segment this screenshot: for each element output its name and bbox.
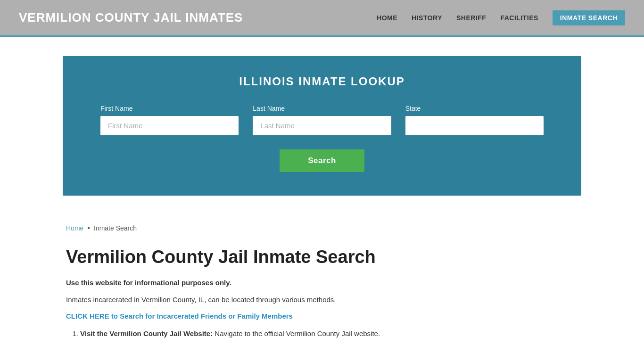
breadcrumb-separator: •: [87, 224, 90, 232]
site-header: VERMILION COUNTY JAIL INMATES HOME HISTO…: [0, 0, 644, 35]
info-bold-1: Use this website for informational purpo…: [66, 278, 578, 288]
state-input[interactable]: Illinois: [405, 116, 544, 135]
breadcrumb-home-link[interactable]: Home: [66, 224, 83, 232]
last-name-group: Last Name: [253, 105, 391, 135]
inmate-lookup-section: ILLINOIS INMATE LOOKUP First Name Last N…: [63, 56, 581, 196]
list-item-1-bold: Visit the Vermilion County Jail Website:: [80, 329, 213, 337]
first-name-input[interactable]: [100, 116, 239, 135]
main-content: Vermilion County Jail Inmate Search Use …: [0, 242, 644, 361]
breadcrumb: Home • Inmate Search: [0, 214, 644, 242]
site-title: VERMILION COUNTY JAIL INMATES: [19, 10, 243, 25]
first-name-group: First Name: [100, 105, 239, 135]
page-title: Vermilion County Jail Inmate Search: [66, 247, 578, 268]
state-label: State: [405, 105, 544, 112]
nav-sheriff[interactable]: SHERIFF: [456, 14, 486, 22]
last-name-input[interactable]: [253, 116, 391, 135]
nav-inmate-search[interactable]: INMATE SEARCH: [553, 10, 625, 25]
main-nav: HOME HISTORY SHERIFF FACILITIES INMATE S…: [377, 10, 625, 25]
lookup-title: ILLINOIS INMATE LOOKUP: [100, 75, 544, 88]
list-item-1: Visit the Vermilion County Jail Website:…: [80, 329, 578, 339]
click-here-link[interactable]: CLICK HERE to Search for Incarcerated Fr…: [66, 312, 578, 320]
nav-history[interactable]: HISTORY: [412, 14, 442, 22]
nav-home[interactable]: HOME: [377, 14, 397, 22]
first-name-label: First Name: [100, 105, 239, 112]
methods-list: Visit the Vermilion County Jail Website:…: [66, 329, 578, 339]
search-button-row: Search: [100, 149, 544, 172]
list-item-1-text: Navigate to the official Vermilion Count…: [215, 329, 380, 337]
search-button[interactable]: Search: [280, 149, 364, 172]
last-name-label: Last Name: [253, 105, 391, 112]
info-text-1: Inmates incarcerated in Vermilion County…: [66, 295, 578, 305]
header-accent-bar: [0, 35, 644, 37]
state-group: State Illinois: [405, 105, 544, 135]
search-fields-row: First Name Last Name State Illinois: [100, 105, 544, 135]
breadcrumb-current: Inmate Search: [94, 224, 137, 232]
nav-facilities[interactable]: FACILITIES: [500, 14, 538, 22]
